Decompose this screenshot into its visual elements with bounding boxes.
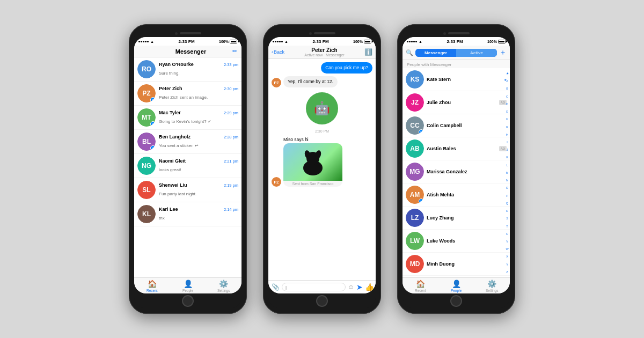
contact-name: Naomi Gleit <box>159 158 186 164</box>
image-msg-row: PZ Miso says hi S <box>272 136 372 187</box>
tab-people[interactable]: 👤 People <box>170 280 206 292</box>
status-bar-3: ▲ 2:33 PM 100% <box>402 37 510 46</box>
segment-active[interactable]: Active <box>456 49 497 57</box>
sent-bubble: Can you pick me up? <box>321 62 372 74</box>
person-item[interactable]: KS Kate Stern ★ <box>402 68 510 91</box>
list-item[interactable]: KL Kari Lee 2:14 pm thx <box>134 202 241 226</box>
person-item[interactable]: MG Marissa Gonzalez <box>402 160 510 183</box>
msg-time: 2:33 pm <box>224 62 238 67</box>
battery-percent-2: 100% <box>353 40 363 43</box>
msg-time: 2:21 pm <box>224 159 238 164</box>
contact-name: Kari Lee <box>159 207 178 212</box>
contact-name: Shenwei Liu <box>159 182 187 188</box>
send-icon[interactable]: ➤ <box>356 283 363 291</box>
tab-recent[interactable]: 🏠 Recent <box>134 280 170 292</box>
phone-2-screen: ▲ 2:33 PM 100% ‹ Back Peter Zich Active … <box>268 37 376 293</box>
list-item[interactable]: RO Ryan O'Rourke 2:33 pm Sure thing. <box>134 57 241 82</box>
msg-time: 2:28 pm <box>224 135 238 139</box>
person-name: Marissa Gonzalez <box>427 169 507 174</box>
person-item[interactable]: MD Minh Duong <box>402 253 510 276</box>
sent-message-row: Can you pick me up? <box>272 62 372 74</box>
add-person-icon[interactable]: ＋ <box>499 48 507 57</box>
home-button-1[interactable] <box>182 295 194 307</box>
chat-input-bar: 📎 ☺ ➤ 👍 <box>268 280 376 293</box>
chat-timestamp: 2:30 PM <box>272 129 372 133</box>
recent-icon-3: 🏠 <box>416 280 425 288</box>
tab-settings-label: Settings <box>217 289 230 292</box>
avatar: KS <box>406 70 424 89</box>
avatar: MG <box>406 163 424 181</box>
chat-input[interactable] <box>282 283 346 291</box>
tab-recent-label: Recent <box>147 289 158 292</box>
speaker-3 <box>448 32 470 34</box>
avatar: NG <box>137 157 156 175</box>
home-button-3[interactable] <box>450 295 462 307</box>
person-item[interactable]: JZ Julie Zhou AD <box>402 91 510 114</box>
tab-settings-label-3: Settings <box>486 289 499 292</box>
person-item[interactable]: LW Luke Woods <box>402 230 510 253</box>
tab-people-label-3: People <box>451 289 462 292</box>
section-header: People with Messenger <box>402 60 510 68</box>
person-name: Luke Woods <box>427 238 507 244</box>
alpha-index: ★ A B C D E F G H I J K L M N O P Q R S <box>504 68 510 277</box>
phone-3: ▲ 2:33 PM 100% 🔍 Messenger Active ＋ Peop… <box>397 24 515 314</box>
contact-name: Ryan O'Rourke <box>159 62 194 67</box>
battery-icon-1 <box>230 40 237 43</box>
segment-messenger[interactable]: Messenger <box>415 49 456 57</box>
person-name: Atish Mehta <box>427 192 507 197</box>
status-time-3: 2:33 PM <box>447 39 463 44</box>
sticker: 🤖 <box>306 92 338 124</box>
list-item[interactable]: NG Naomi Gleit 2:21 pm looks great! <box>134 154 241 178</box>
chat-avatar-2: PZ <box>272 177 281 187</box>
list-item[interactable]: PZ m Peter Zich 2:30 pm Peter Zich sent … <box>134 82 241 106</box>
messenger-badge: m <box>150 145 156 151</box>
avatar: MT m <box>137 108 156 127</box>
msg-preview: Sure thing. <box>159 71 180 76</box>
tab-settings-3[interactable]: ⚙️ Settings <box>474 280 510 292</box>
compose-icon[interactable]: ✏ <box>232 48 237 55</box>
msg-preview: You sent a sticker. ↩ <box>159 143 199 148</box>
tab-recent-3[interactable]: 🏠 Recent <box>402 280 438 292</box>
msg-time: 2:30 pm <box>224 86 238 91</box>
speaker-2 <box>314 32 335 34</box>
person-item[interactable]: AM m Atish Mehta <box>402 183 510 207</box>
messenger-badge: m <box>150 97 156 102</box>
signal-dots: ▲ <box>138 40 154 43</box>
chat-status: Active now · Messenger <box>304 53 344 57</box>
sticker-area: 🤖 <box>272 90 372 127</box>
list-item[interactable]: SL Shenwei Liu 2:19 pm Fun party last ni… <box>134 178 241 202</box>
messenger-badge: m <box>419 199 424 204</box>
attach-icon[interactable]: 📎 <box>272 283 280 291</box>
tab-people-3[interactable]: 👤 People <box>438 280 474 292</box>
list-item[interactable]: BL m Ben Langholz 2:28 pm You sent a sti… <box>134 130 241 154</box>
alpha-star[interactable]: ★ <box>506 71 509 75</box>
phone-1-screen: ▲ 2:33 PM 100% Messenger ✏ RO Ryan O'Rou <box>134 37 241 293</box>
tab-settings[interactable]: ⚙️ Settings <box>206 280 241 292</box>
phone-1: ▲ 2:33 PM 100% Messenger ✏ RO Ryan O'Rou <box>129 24 247 314</box>
status-time-1: 2:33 PM <box>178 39 194 44</box>
home-button-2[interactable] <box>316 295 328 307</box>
info-icon[interactable]: ℹ️ <box>364 48 372 56</box>
app-title-1: Messenger <box>149 48 232 55</box>
person-name: Colin Campbell <box>427 123 507 128</box>
contact-name: Ben Langholz <box>159 134 191 139</box>
person-item[interactable]: CC m Colin Campbell <box>402 114 510 137</box>
phone-1-bottom <box>134 293 241 308</box>
recent-icon: 🏠 <box>148 280 157 288</box>
status-bar-1: ▲ 2:33 PM 100% <box>134 37 241 46</box>
back-button[interactable]: ‹ Back <box>272 49 284 55</box>
msg-preview: looks great! <box>159 167 181 172</box>
msg-time: 2:19 pm <box>224 183 238 188</box>
chat-header: ‹ Back Peter Zich Active now · Messenger… <box>268 46 376 59</box>
msg-time: 2:29 pm <box>224 111 238 115</box>
battery-percent-1: 100% <box>219 40 229 43</box>
msg-time: 2:14 pm <box>224 207 238 212</box>
person-item[interactable]: LZ Lucy Zhang <box>402 207 510 230</box>
list-item[interactable]: MT m Mac Tyler 2:29 pm Going to Kevin's … <box>134 106 241 130</box>
person-item[interactable]: AB Austin Bales AD <box>402 137 510 160</box>
emoji-icon[interactable]: ☺ <box>348 283 354 291</box>
msg-preview: Peter Zich sent an image. <box>159 95 208 100</box>
search-icon[interactable]: 🔍 <box>406 49 413 56</box>
people-icon: 👤 <box>184 280 193 288</box>
like-icon[interactable]: 👍 <box>365 283 374 291</box>
